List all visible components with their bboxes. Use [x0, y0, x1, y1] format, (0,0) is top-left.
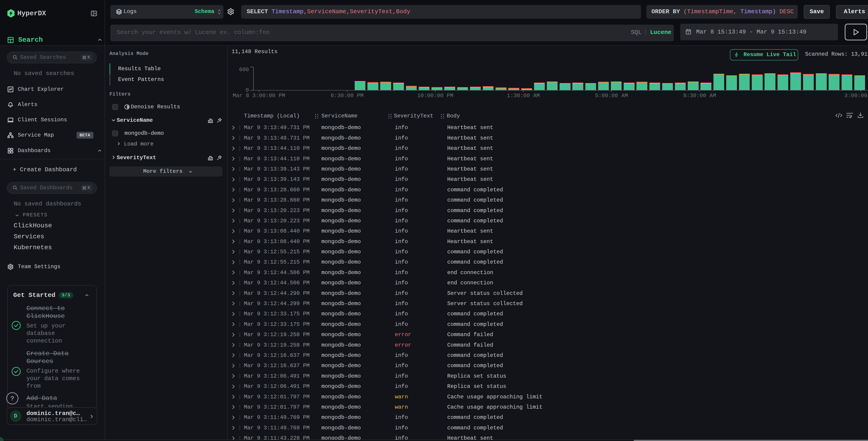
svg-text:6:30:00 PM: 6:30:00 PM — [331, 93, 364, 99]
svg-text:3:00:00 PM: 3:00:00 PM — [844, 93, 868, 99]
svg-text:0: 0 — [246, 87, 249, 93]
svg-text:Mar 8 3:00:00 PM: Mar 8 3:00:00 PM — [233, 93, 285, 99]
svg-text:1:30:00 AM: 1:30:00 AM — [507, 93, 540, 99]
svg-text:600: 600 — [239, 66, 249, 73]
svg-text:?: ? — [10, 395, 14, 402]
svg-text:10:00:00 PM: 10:00:00 PM — [417, 93, 453, 99]
svg-text:8:30:00 AM: 8:30:00 AM — [683, 93, 716, 99]
svg-text:5:00:00 AM: 5:00:00 AM — [595, 93, 628, 99]
